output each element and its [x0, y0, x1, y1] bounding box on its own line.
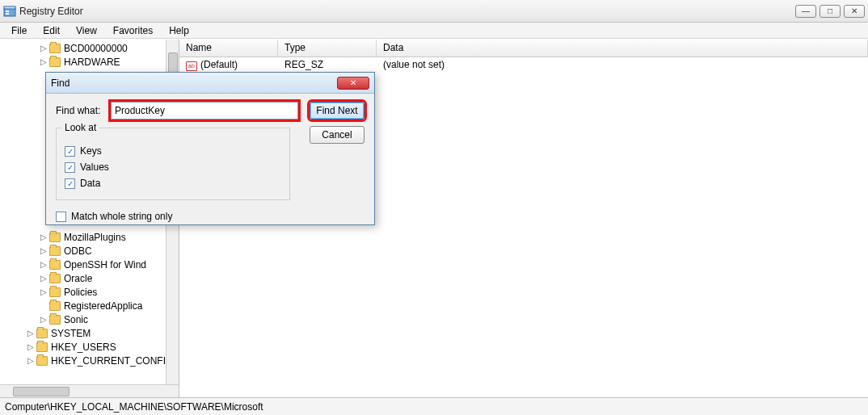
checkbox-values[interactable]: ✓Values	[65, 159, 281, 175]
list-header: Name Type Data	[179, 40, 868, 57]
tree-item[interactable]: ▷HARDWARE	[3, 55, 179, 69]
folder-icon	[49, 246, 61, 256]
menubar: File Edit View Favorites Help	[0, 23, 868, 39]
find-next-button[interactable]: Find Next	[310, 102, 364, 119]
menu-favorites[interactable]: Favorites	[107, 23, 159, 38]
find-what-input[interactable]	[111, 102, 298, 119]
svg-rect-2	[6, 10, 9, 12]
folder-icon	[49, 301, 61, 311]
dialog-titlebar[interactable]: Find ✕	[46, 73, 374, 94]
dialog-close-button[interactable]: ✕	[337, 77, 369, 90]
menu-view[interactable]: View	[70, 23, 103, 38]
expand-icon[interactable]: ▷	[39, 287, 48, 296]
tree-item[interactable]: ▷Sonic	[3, 312, 179, 326]
expand-icon[interactable]: ▷	[26, 356, 35, 365]
folder-icon	[49, 44, 61, 53]
list-row[interactable]: ab(Default) REG_SZ (value not set)	[179, 57, 868, 72]
svg-rect-1	[4, 6, 15, 9]
tree-item[interactable]: ▷SYSTEM	[3, 326, 179, 340]
expand-icon[interactable]: ▷	[39, 315, 48, 324]
tree-item[interactable]: RegisteredApplica	[3, 299, 179, 312]
find-what-label: Find what:	[56, 105, 104, 116]
tree-item[interactable]: ▷BCD00000000	[3, 41, 179, 55]
checkbox-icon	[56, 212, 66, 222]
dialog-title: Find	[51, 78, 337, 89]
look-at-group: Look at ✓Keys ✓Values ✓Data	[56, 128, 290, 200]
folder-icon	[49, 287, 61, 297]
folder-icon	[36, 356, 48, 366]
expand-icon[interactable]: ▷	[26, 342, 35, 351]
svg-rect-3	[6, 13, 9, 15]
checkbox-icon: ✓	[65, 162, 75, 173]
menu-help[interactable]: Help	[162, 23, 196, 38]
folder-icon	[49, 57, 61, 67]
window-title: Registry Editor	[19, 6, 795, 17]
tree-item[interactable]: ▷ODBC	[3, 244, 179, 258]
maximize-button[interactable]: □	[820, 5, 841, 18]
tree-hscrollbar[interactable]	[0, 384, 179, 397]
menu-file[interactable]: File	[5, 23, 33, 38]
checkbox-keys[interactable]: ✓Keys	[65, 143, 281, 159]
group-label: Look at	[61, 122, 99, 133]
tree-item[interactable]: ▷MozillaPlugins	[3, 230, 179, 244]
checkbox-icon: ✓	[65, 146, 75, 157]
checkbox-icon: ✓	[65, 178, 75, 189]
tree-item[interactable]: ▷OpenSSH for Wind	[3, 258, 179, 271]
close-button[interactable]: ✕	[844, 5, 865, 18]
col-data[interactable]: Data	[377, 40, 868, 57]
tree-item[interactable]: ▷Policies	[3, 285, 179, 299]
window-titlebar: Registry Editor — □ ✕	[0, 0, 868, 23]
col-type[interactable]: Type	[278, 40, 377, 57]
folder-icon	[49, 233, 61, 242]
string-value-icon: ab	[186, 61, 197, 71]
menu-edit[interactable]: Edit	[36, 23, 66, 38]
folder-icon	[36, 329, 48, 338]
tree-item[interactable]: ▷HKEY_CURRENT_CONFIG	[3, 354, 179, 367]
checkbox-data[interactable]: ✓Data	[65, 175, 281, 191]
expand-icon[interactable]: ▷	[39, 260, 48, 269]
expand-icon[interactable]: ▷	[26, 329, 35, 337]
col-name[interactable]: Name	[179, 40, 278, 57]
folder-icon	[36, 342, 48, 352]
folder-icon	[49, 315, 61, 325]
folder-icon	[49, 260, 61, 270]
tree-item[interactable]: ▷HKEY_USERS	[3, 340, 179, 354]
expand-icon[interactable]: ▷	[39, 274, 48, 283]
status-path: Computer\HKEY_LOCAL_MACHINE\SOFTWARE\Mic…	[5, 401, 263, 413]
regedit-icon	[3, 5, 16, 18]
cancel-button[interactable]: Cancel	[310, 126, 364, 144]
folder-icon	[49, 274, 61, 283]
expand-icon[interactable]: ▷	[39, 233, 48, 241]
minimize-button[interactable]: —	[795, 5, 816, 18]
statusbar: Computer\HKEY_LOCAL_MACHINE\SOFTWARE\Mic…	[0, 397, 868, 415]
checkbox-match-whole[interactable]: Match whole string only	[56, 208, 364, 224]
expand-icon[interactable]: ▷	[39, 246, 48, 255]
expand-icon[interactable]: ▷	[39, 44, 48, 52]
tree-item[interactable]: ▷Oracle	[3, 271, 179, 285]
expand-icon[interactable]: ▷	[39, 57, 48, 66]
find-dialog: Find ✕ Find what: Look at ✓Keys ✓Values …	[45, 72, 375, 225]
